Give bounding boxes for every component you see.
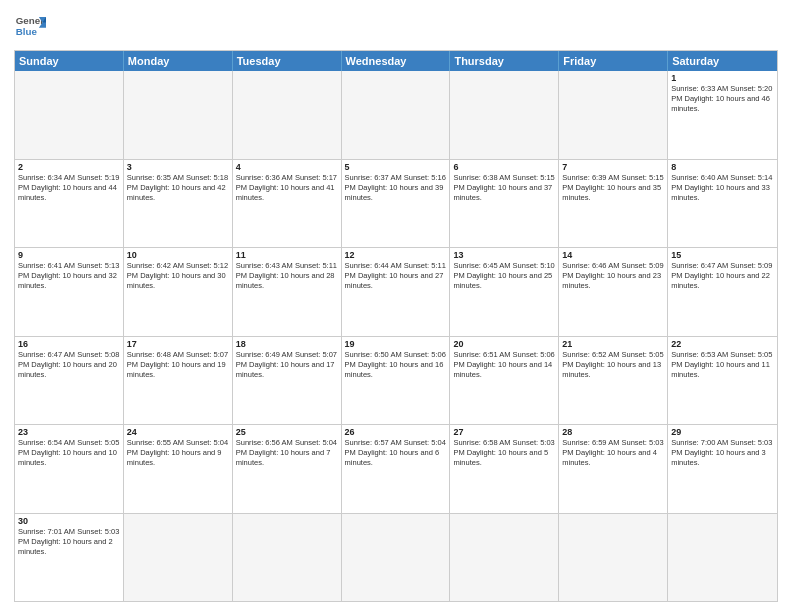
calendar-cell: 18Sunrise: 6:49 AM Sunset: 5:07 PM Dayli…	[233, 337, 342, 425]
calendar-cell	[233, 71, 342, 159]
calendar-cell: 26Sunrise: 6:57 AM Sunset: 5:04 PM Dayli…	[342, 425, 451, 513]
day-number: 1	[671, 73, 774, 83]
calendar-header: SundayMondayTuesdayWednesdayThursdayFrid…	[15, 51, 777, 71]
day-info: Sunrise: 6:48 AM Sunset: 5:07 PM Dayligh…	[127, 350, 229, 380]
day-info: Sunrise: 7:01 AM Sunset: 5:03 PM Dayligh…	[18, 527, 120, 557]
day-info: Sunrise: 6:33 AM Sunset: 5:20 PM Dayligh…	[671, 84, 774, 114]
header-day-wednesday: Wednesday	[342, 51, 451, 71]
day-info: Sunrise: 6:40 AM Sunset: 5:14 PM Dayligh…	[671, 173, 774, 203]
day-info: Sunrise: 6:56 AM Sunset: 5:04 PM Dayligh…	[236, 438, 338, 468]
day-info: Sunrise: 6:35 AM Sunset: 5:18 PM Dayligh…	[127, 173, 229, 203]
day-info: Sunrise: 6:46 AM Sunset: 5:09 PM Dayligh…	[562, 261, 664, 291]
calendar-row-5: 30Sunrise: 7:01 AM Sunset: 5:03 PM Dayli…	[15, 514, 777, 602]
day-info: Sunrise: 6:52 AM Sunset: 5:05 PM Dayligh…	[562, 350, 664, 380]
day-number: 6	[453, 162, 555, 172]
calendar-cell: 22Sunrise: 6:53 AM Sunset: 5:05 PM Dayli…	[668, 337, 777, 425]
svg-text:Blue: Blue	[16, 26, 38, 37]
calendar-cell	[124, 71, 233, 159]
day-info: Sunrise: 6:44 AM Sunset: 5:11 PM Dayligh…	[345, 261, 447, 291]
day-number: 25	[236, 427, 338, 437]
day-info: Sunrise: 6:47 AM Sunset: 5:08 PM Dayligh…	[18, 350, 120, 380]
header-day-sunday: Sunday	[15, 51, 124, 71]
calendar-cell: 10Sunrise: 6:42 AM Sunset: 5:12 PM Dayli…	[124, 248, 233, 336]
header-day-monday: Monday	[124, 51, 233, 71]
day-info: Sunrise: 6:59 AM Sunset: 5:03 PM Dayligh…	[562, 438, 664, 468]
header-day-thursday: Thursday	[450, 51, 559, 71]
header-day-tuesday: Tuesday	[233, 51, 342, 71]
calendar-cell	[668, 514, 777, 602]
calendar-row-2: 9Sunrise: 6:41 AM Sunset: 5:13 PM Daylig…	[15, 248, 777, 337]
calendar-cell	[233, 514, 342, 602]
calendar-row-4: 23Sunrise: 6:54 AM Sunset: 5:05 PM Dayli…	[15, 425, 777, 514]
day-info: Sunrise: 6:37 AM Sunset: 5:16 PM Dayligh…	[345, 173, 447, 203]
calendar-cell: 23Sunrise: 6:54 AM Sunset: 5:05 PM Dayli…	[15, 425, 124, 513]
calendar-cell: 1Sunrise: 6:33 AM Sunset: 5:20 PM Daylig…	[668, 71, 777, 159]
day-number: 9	[18, 250, 120, 260]
calendar-cell: 19Sunrise: 6:50 AM Sunset: 5:06 PM Dayli…	[342, 337, 451, 425]
day-number: 19	[345, 339, 447, 349]
day-info: Sunrise: 6:38 AM Sunset: 5:15 PM Dayligh…	[453, 173, 555, 203]
calendar-cell: 9Sunrise: 6:41 AM Sunset: 5:13 PM Daylig…	[15, 248, 124, 336]
day-info: Sunrise: 6:55 AM Sunset: 5:04 PM Dayligh…	[127, 438, 229, 468]
calendar-cell	[559, 71, 668, 159]
calendar-cell: 25Sunrise: 6:56 AM Sunset: 5:04 PM Dayli…	[233, 425, 342, 513]
calendar-cell: 17Sunrise: 6:48 AM Sunset: 5:07 PM Dayli…	[124, 337, 233, 425]
day-info: Sunrise: 6:47 AM Sunset: 5:09 PM Dayligh…	[671, 261, 774, 291]
day-info: Sunrise: 6:58 AM Sunset: 5:03 PM Dayligh…	[453, 438, 555, 468]
day-number: 12	[345, 250, 447, 260]
day-info: Sunrise: 6:51 AM Sunset: 5:06 PM Dayligh…	[453, 350, 555, 380]
day-number: 7	[562, 162, 664, 172]
day-info: Sunrise: 6:54 AM Sunset: 5:05 PM Dayligh…	[18, 438, 120, 468]
calendar-cell: 7Sunrise: 6:39 AM Sunset: 5:15 PM Daylig…	[559, 160, 668, 248]
day-number: 15	[671, 250, 774, 260]
day-info: Sunrise: 6:34 AM Sunset: 5:19 PM Dayligh…	[18, 173, 120, 203]
calendar-cell	[124, 514, 233, 602]
calendar-cell	[342, 514, 451, 602]
day-number: 24	[127, 427, 229, 437]
day-number: 29	[671, 427, 774, 437]
day-number: 17	[127, 339, 229, 349]
calendar-cell	[15, 71, 124, 159]
calendar-cell: 5Sunrise: 6:37 AM Sunset: 5:16 PM Daylig…	[342, 160, 451, 248]
day-number: 11	[236, 250, 338, 260]
day-number: 26	[345, 427, 447, 437]
logo-icon: General Blue	[14, 10, 46, 42]
day-info: Sunrise: 6:57 AM Sunset: 5:04 PM Dayligh…	[345, 438, 447, 468]
day-info: Sunrise: 6:50 AM Sunset: 5:06 PM Dayligh…	[345, 350, 447, 380]
calendar-row-1: 2Sunrise: 6:34 AM Sunset: 5:19 PM Daylig…	[15, 160, 777, 249]
calendar-cell: 20Sunrise: 6:51 AM Sunset: 5:06 PM Dayli…	[450, 337, 559, 425]
calendar-row-0: 1Sunrise: 6:33 AM Sunset: 5:20 PM Daylig…	[15, 71, 777, 160]
day-number: 10	[127, 250, 229, 260]
day-number: 30	[18, 516, 120, 526]
calendar-cell: 21Sunrise: 6:52 AM Sunset: 5:05 PM Dayli…	[559, 337, 668, 425]
calendar-cell: 29Sunrise: 7:00 AM Sunset: 5:03 PM Dayli…	[668, 425, 777, 513]
calendar-cell: 14Sunrise: 6:46 AM Sunset: 5:09 PM Dayli…	[559, 248, 668, 336]
calendar: SundayMondayTuesdayWednesdayThursdayFrid…	[14, 50, 778, 602]
day-info: Sunrise: 6:41 AM Sunset: 5:13 PM Dayligh…	[18, 261, 120, 291]
day-info: Sunrise: 6:53 AM Sunset: 5:05 PM Dayligh…	[671, 350, 774, 380]
day-number: 22	[671, 339, 774, 349]
day-number: 5	[345, 162, 447, 172]
day-info: Sunrise: 6:42 AM Sunset: 5:12 PM Dayligh…	[127, 261, 229, 291]
header-day-saturday: Saturday	[668, 51, 777, 71]
calendar-cell: 2Sunrise: 6:34 AM Sunset: 5:19 PM Daylig…	[15, 160, 124, 248]
calendar-cell: 30Sunrise: 7:01 AM Sunset: 5:03 PM Dayli…	[15, 514, 124, 602]
day-number: 16	[18, 339, 120, 349]
calendar-cell: 24Sunrise: 6:55 AM Sunset: 5:04 PM Dayli…	[124, 425, 233, 513]
page-header: General Blue	[14, 10, 778, 42]
calendar-cell: 15Sunrise: 6:47 AM Sunset: 5:09 PM Dayli…	[668, 248, 777, 336]
day-number: 23	[18, 427, 120, 437]
day-number: 2	[18, 162, 120, 172]
day-info: Sunrise: 6:45 AM Sunset: 5:10 PM Dayligh…	[453, 261, 555, 291]
calendar-cell: 11Sunrise: 6:43 AM Sunset: 5:11 PM Dayli…	[233, 248, 342, 336]
calendar-cell	[342, 71, 451, 159]
day-info: Sunrise: 7:00 AM Sunset: 5:03 PM Dayligh…	[671, 438, 774, 468]
day-number: 27	[453, 427, 555, 437]
calendar-cell: 6Sunrise: 6:38 AM Sunset: 5:15 PM Daylig…	[450, 160, 559, 248]
day-number: 20	[453, 339, 555, 349]
day-number: 4	[236, 162, 338, 172]
calendar-cell: 28Sunrise: 6:59 AM Sunset: 5:03 PM Dayli…	[559, 425, 668, 513]
calendar-cell: 16Sunrise: 6:47 AM Sunset: 5:08 PM Dayli…	[15, 337, 124, 425]
calendar-cell: 13Sunrise: 6:45 AM Sunset: 5:10 PM Dayli…	[450, 248, 559, 336]
day-number: 3	[127, 162, 229, 172]
